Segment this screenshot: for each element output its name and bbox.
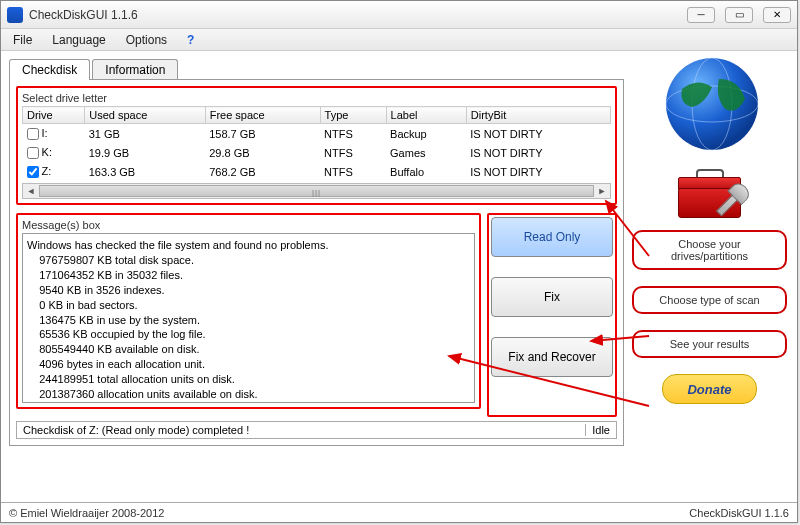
messages-title: Message(s) box bbox=[22, 219, 475, 231]
cell-type: NTFS bbox=[320, 162, 386, 181]
window-title: CheckDiskGUI 1.1.6 bbox=[29, 8, 687, 22]
footer-version: CheckDiskGUI 1.1.6 bbox=[689, 507, 789, 519]
cell-used: 163.3 GB bbox=[85, 162, 205, 181]
globe-icon bbox=[645, 59, 775, 159]
window-controls: ─ ▭ ✕ bbox=[687, 7, 791, 23]
content-area: Checkdisk Information Select drive lette… bbox=[1, 51, 797, 502]
table-row[interactable]: I:31 GB158.7 GBNTFSBackupIS NOT DIRTY bbox=[23, 124, 611, 144]
col-used[interactable]: Used space bbox=[85, 107, 205, 124]
menubar: File Language Options ? bbox=[1, 29, 797, 51]
status-idle: Idle bbox=[585, 424, 616, 436]
fix-button[interactable]: Fix bbox=[491, 277, 613, 317]
cell-label: Backup bbox=[386, 124, 466, 144]
footer: © Emiel Wieldraaijer 2008-2012 CheckDisk… bbox=[1, 502, 797, 522]
fix-recover-button[interactable]: Fix and Recover bbox=[491, 337, 613, 377]
drive-checkbox[interactable] bbox=[27, 128, 39, 140]
minimize-button[interactable]: ─ bbox=[687, 7, 715, 23]
col-type[interactable]: Type bbox=[320, 107, 386, 124]
cell-dirty: IS NOT DIRTY bbox=[466, 162, 610, 181]
drive-checkbox[interactable] bbox=[27, 147, 39, 159]
scroll-left-icon[interactable]: ◄ bbox=[23, 186, 39, 196]
callout-drives: Choose your drives/partitions bbox=[632, 230, 787, 270]
tab-information[interactable]: Information bbox=[92, 59, 178, 80]
cell-label: Buffalo bbox=[386, 162, 466, 181]
cell-label: Games bbox=[386, 143, 466, 162]
action-column: Read Only Fix Fix and Recover bbox=[487, 213, 617, 417]
cell-dirty: IS NOT DIRTY bbox=[466, 143, 610, 162]
menu-help[interactable]: ? bbox=[181, 31, 200, 49]
drive-group-title: Select drive letter bbox=[22, 92, 611, 104]
cell-type: NTFS bbox=[320, 143, 386, 162]
messages-box[interactable]: Windows has checked the file system and … bbox=[22, 233, 475, 403]
cell-free: 768.2 GB bbox=[205, 162, 320, 181]
app-window: CheckDiskGUI 1.1.6 ─ ▭ ✕ File Language O… bbox=[0, 0, 798, 523]
readonly-button[interactable]: Read Only bbox=[491, 217, 613, 257]
cell-used: 31 GB bbox=[85, 124, 205, 144]
cell-type: NTFS bbox=[320, 124, 386, 144]
lower-row: Message(s) box Windows has checked the f… bbox=[16, 213, 617, 417]
messages-group: Message(s) box Windows has checked the f… bbox=[16, 213, 481, 409]
col-label[interactable]: Label bbox=[386, 107, 466, 124]
status-text: Checkdisk of Z: (Read only mode) complet… bbox=[17, 424, 255, 436]
menu-file[interactable]: File bbox=[7, 31, 38, 49]
app-icon bbox=[7, 7, 23, 23]
cell-used: 19.9 GB bbox=[85, 143, 205, 162]
cell-dirty: IS NOT DIRTY bbox=[466, 124, 610, 144]
cell-free: 158.7 GB bbox=[205, 124, 320, 144]
tab-checkdisk[interactable]: Checkdisk bbox=[9, 59, 90, 80]
tabstrip: Checkdisk Information bbox=[9, 59, 624, 80]
drive-table: Drive Used space Free space Type Label D… bbox=[22, 106, 611, 181]
left-column: Checkdisk Information Select drive lette… bbox=[1, 51, 632, 502]
toolbox-icon bbox=[672, 163, 747, 218]
status-bar: Checkdisk of Z: (Read only mode) complet… bbox=[16, 421, 617, 439]
svg-point-0 bbox=[666, 58, 758, 150]
table-row[interactable]: K:19.9 GB29.8 GBNTFSGamesIS NOT DIRTY bbox=[23, 143, 611, 162]
callout-results: See your results bbox=[632, 330, 787, 358]
footer-copyright: © Emiel Wieldraaijer 2008-2012 bbox=[9, 507, 164, 519]
cell-free: 29.8 GB bbox=[205, 143, 320, 162]
col-free[interactable]: Free space bbox=[205, 107, 320, 124]
menu-options[interactable]: Options bbox=[120, 31, 173, 49]
callout-scan: Choose type of scan bbox=[632, 286, 787, 314]
titlebar: CheckDiskGUI 1.1.6 ─ ▭ ✕ bbox=[1, 1, 797, 29]
drive-hscroll[interactable]: ◄ ||| ► bbox=[22, 183, 611, 199]
col-drive[interactable]: Drive bbox=[23, 107, 85, 124]
menu-language[interactable]: Language bbox=[46, 31, 111, 49]
donate-button[interactable]: Donate bbox=[662, 374, 757, 404]
drive-select-group: Select drive letter Drive Used space Fre… bbox=[16, 86, 617, 205]
table-row[interactable]: Z:163.3 GB768.2 GBNTFSBuffaloIS NOT DIRT… bbox=[23, 162, 611, 181]
col-dirty[interactable]: DirtyBit bbox=[466, 107, 610, 124]
tab-panel: Select drive letter Drive Used space Fre… bbox=[9, 79, 624, 446]
right-column: Choose your drives/partitions Choose typ… bbox=[632, 51, 797, 502]
scroll-right-icon[interactable]: ► bbox=[594, 186, 610, 196]
close-button[interactable]: ✕ bbox=[763, 7, 791, 23]
maximize-button[interactable]: ▭ bbox=[725, 7, 753, 23]
drive-checkbox[interactable] bbox=[27, 166, 39, 178]
